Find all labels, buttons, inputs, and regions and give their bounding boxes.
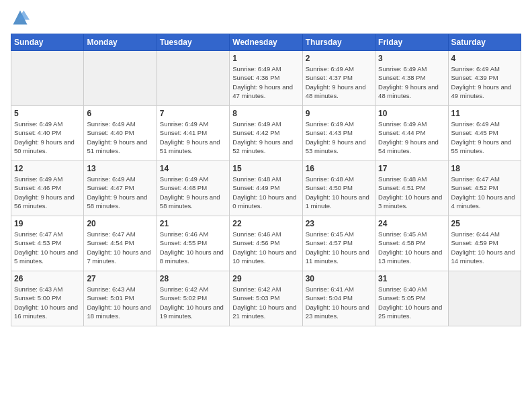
calendar-header-monday: Monday — [84, 34, 157, 51]
calendar-cell: 28Sunrise: 6:42 AM Sunset: 5:02 PM Dayli… — [157, 271, 229, 326]
calendar-cell: 13Sunrise: 6:49 AM Sunset: 4:47 PM Dayli… — [84, 161, 157, 216]
day-number: 1 — [232, 54, 299, 63]
calendar-cell: 17Sunrise: 6:48 AM Sunset: 4:51 PM Dayli… — [375, 161, 448, 216]
day-number: 30 — [306, 274, 372, 283]
day-number: 26 — [14, 274, 81, 283]
day-info: Sunrise: 6:49 AM Sunset: 4:47 PM Dayligh… — [87, 175, 153, 210]
day-info: Sunrise: 6:49 AM Sunset: 4:46 PM Dayligh… — [14, 175, 81, 210]
day-info: Sunrise: 6:48 AM Sunset: 4:49 PM Dayligh… — [232, 175, 299, 210]
calendar-cell — [11, 51, 84, 106]
calendar-cell: 15Sunrise: 6:48 AM Sunset: 4:49 PM Dayli… — [230, 161, 302, 216]
calendar-cell: 29Sunrise: 6:42 AM Sunset: 5:03 PM Dayli… — [230, 271, 302, 326]
day-number: 29 — [232, 274, 299, 283]
day-number: 19 — [14, 219, 81, 228]
day-number: 11 — [451, 109, 518, 118]
day-info: Sunrise: 6:49 AM Sunset: 4:39 PM Dayligh… — [451, 64, 518, 100]
day-info: Sunrise: 6:48 AM Sunset: 4:51 PM Dayligh… — [378, 175, 445, 210]
day-number: 10 — [378, 109, 445, 118]
day-info: Sunrise: 6:49 AM Sunset: 4:38 PM Dayligh… — [378, 64, 445, 100]
day-info: Sunrise: 6:46 AM Sunset: 4:55 PM Dayligh… — [160, 230, 226, 265]
calendar-cell: 27Sunrise: 6:43 AM Sunset: 5:01 PM Dayli… — [84, 271, 157, 326]
calendar-header-thursday: Thursday — [302, 34, 375, 51]
day-number: 3 — [378, 54, 445, 63]
calendar-cell: 30Sunrise: 6:41 AM Sunset: 5:04 PM Dayli… — [302, 271, 375, 326]
calendar-cell: 7Sunrise: 6:49 AM Sunset: 4:41 PM Daylig… — [157, 106, 229, 161]
day-number: 25 — [451, 219, 518, 228]
day-number: 9 — [306, 109, 372, 118]
day-info: Sunrise: 6:49 AM Sunset: 4:36 PM Dayligh… — [232, 64, 299, 100]
day-info: Sunrise: 6:49 AM Sunset: 4:48 PM Dayligh… — [160, 175, 226, 210]
day-number: 21 — [160, 219, 226, 228]
day-number: 7 — [160, 109, 226, 118]
day-number: 13 — [87, 164, 153, 173]
calendar-cell: 24Sunrise: 6:45 AM Sunset: 4:58 PM Dayli… — [375, 216, 448, 271]
calendar-header-sunday: Sunday — [11, 34, 84, 51]
day-info: Sunrise: 6:49 AM Sunset: 4:44 PM Dayligh… — [378, 120, 445, 155]
day-info: Sunrise: 6:43 AM Sunset: 5:01 PM Dayligh… — [87, 285, 153, 320]
calendar-cell: 2Sunrise: 6:49 AM Sunset: 4:37 PM Daylig… — [302, 51, 375, 106]
day-info: Sunrise: 6:42 AM Sunset: 5:02 PM Dayligh… — [160, 285, 226, 320]
day-number: 12 — [14, 164, 81, 173]
day-number: 14 — [160, 164, 226, 173]
day-info: Sunrise: 6:49 AM Sunset: 4:40 PM Dayligh… — [87, 120, 153, 155]
logo-icon — [11, 8, 30, 27]
calendar-cell: 23Sunrise: 6:45 AM Sunset: 4:57 PM Dayli… — [302, 216, 375, 271]
day-info: Sunrise: 6:47 AM Sunset: 4:52 PM Dayligh… — [451, 175, 518, 210]
day-number: 16 — [306, 164, 372, 173]
calendar-cell: 10Sunrise: 6:49 AM Sunset: 4:44 PM Dayli… — [375, 106, 448, 161]
calendar-cell: 3Sunrise: 6:49 AM Sunset: 4:38 PM Daylig… — [375, 51, 448, 106]
calendar-cell — [84, 51, 157, 106]
day-number: 15 — [232, 164, 299, 173]
calendar-cell: 5Sunrise: 6:49 AM Sunset: 4:40 PM Daylig… — [11, 106, 84, 161]
calendar-cell: 20Sunrise: 6:47 AM Sunset: 4:54 PM Dayli… — [84, 216, 157, 271]
day-number: 17 — [378, 164, 445, 173]
calendar-cell — [448, 271, 521, 326]
calendar-cell: 18Sunrise: 6:47 AM Sunset: 4:52 PM Dayli… — [448, 161, 521, 216]
calendar-cell: 21Sunrise: 6:46 AM Sunset: 4:55 PM Dayli… — [157, 216, 229, 271]
day-number: 4 — [451, 54, 518, 63]
calendar-cell: 19Sunrise: 6:47 AM Sunset: 4:53 PM Dayli… — [11, 216, 84, 271]
calendar-week-row: 19Sunrise: 6:47 AM Sunset: 4:53 PM Dayli… — [11, 216, 521, 271]
calendar-cell: 16Sunrise: 6:48 AM Sunset: 4:50 PM Dayli… — [302, 161, 375, 216]
calendar-cell: 12Sunrise: 6:49 AM Sunset: 4:46 PM Dayli… — [11, 161, 84, 216]
day-number: 8 — [232, 109, 299, 118]
day-number: 23 — [306, 219, 372, 228]
day-number: 2 — [306, 54, 372, 63]
day-number: 5 — [14, 109, 81, 118]
calendar-table: SundayMondayTuesdayWednesdayThursdayFrid… — [11, 34, 521, 326]
day-info: Sunrise: 6:49 AM Sunset: 4:42 PM Dayligh… — [232, 120, 299, 155]
day-info: Sunrise: 6:45 AM Sunset: 4:57 PM Dayligh… — [306, 230, 372, 265]
calendar-cell: 14Sunrise: 6:49 AM Sunset: 4:48 PM Dayli… — [157, 161, 229, 216]
calendar-header-row: SundayMondayTuesdayWednesdayThursdayFrid… — [11, 34, 521, 51]
day-number: 22 — [232, 219, 299, 228]
calendar-cell: 6Sunrise: 6:49 AM Sunset: 4:40 PM Daylig… — [84, 106, 157, 161]
day-info: Sunrise: 6:49 AM Sunset: 4:40 PM Dayligh… — [14, 120, 81, 155]
day-info: Sunrise: 6:44 AM Sunset: 4:59 PM Dayligh… — [451, 230, 518, 265]
day-number: 20 — [87, 219, 153, 228]
day-info: Sunrise: 6:49 AM Sunset: 4:37 PM Dayligh… — [306, 64, 372, 100]
day-number: 28 — [160, 274, 226, 283]
calendar-cell: 9Sunrise: 6:49 AM Sunset: 4:43 PM Daylig… — [302, 106, 375, 161]
day-info: Sunrise: 6:43 AM Sunset: 5:00 PM Dayligh… — [14, 285, 81, 320]
day-number: 31 — [378, 274, 445, 283]
page: SundayMondayTuesdayWednesdayThursdayFrid… — [0, 0, 532, 411]
calendar-week-row: 5Sunrise: 6:49 AM Sunset: 4:40 PM Daylig… — [11, 106, 521, 161]
calendar-header-tuesday: Tuesday — [157, 34, 229, 51]
calendar-cell: 25Sunrise: 6:44 AM Sunset: 4:59 PM Dayli… — [448, 216, 521, 271]
calendar-cell: 26Sunrise: 6:43 AM Sunset: 5:00 PM Dayli… — [11, 271, 84, 326]
calendar-cell: 11Sunrise: 6:49 AM Sunset: 4:45 PM Dayli… — [448, 106, 521, 161]
day-number: 18 — [451, 164, 518, 173]
calendar-week-row: 26Sunrise: 6:43 AM Sunset: 5:00 PM Dayli… — [11, 271, 521, 326]
day-number: 27 — [87, 274, 153, 283]
day-number: 6 — [87, 109, 153, 118]
calendar-week-row: 12Sunrise: 6:49 AM Sunset: 4:46 PM Dayli… — [11, 161, 521, 216]
calendar-week-row: 1Sunrise: 6:49 AM Sunset: 4:36 PM Daylig… — [11, 51, 521, 106]
day-info: Sunrise: 6:40 AM Sunset: 5:05 PM Dayligh… — [378, 285, 445, 320]
day-info: Sunrise: 6:49 AM Sunset: 4:45 PM Dayligh… — [451, 120, 518, 155]
calendar-cell: 22Sunrise: 6:46 AM Sunset: 4:56 PM Dayli… — [230, 216, 302, 271]
calendar-cell: 8Sunrise: 6:49 AM Sunset: 4:42 PM Daylig… — [230, 106, 302, 161]
calendar-header-saturday: Saturday — [448, 34, 521, 51]
day-info: Sunrise: 6:41 AM Sunset: 5:04 PM Dayligh… — [306, 285, 372, 320]
calendar-cell: 1Sunrise: 6:49 AM Sunset: 4:36 PM Daylig… — [230, 51, 302, 106]
day-number: 24 — [378, 219, 445, 228]
